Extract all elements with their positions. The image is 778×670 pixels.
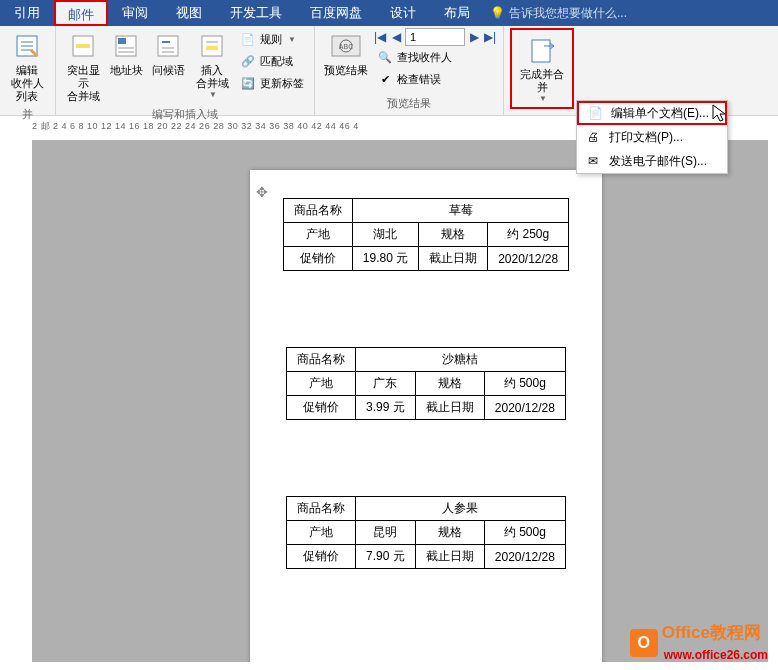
rules-button[interactable]: 📄规则▼: [236, 28, 308, 50]
search-icon: 🔍: [377, 49, 393, 65]
tab-layout[interactable]: 布局: [430, 0, 484, 26]
product-table-3: 商品名称人参果 产地昆明规格约 500g 促销价7.90 元截止日期2020/1…: [286, 496, 566, 569]
group-finish: 完成并合并 ▼: [504, 26, 580, 115]
check-errors-button[interactable]: ✔检查错误: [373, 68, 497, 90]
check-errors-label: 检查错误: [397, 72, 441, 87]
preview-button[interactable]: ABC 预览结果: [321, 28, 371, 79]
print-doc-label: 打印文档(P)...: [609, 129, 683, 146]
spec-label: 规格: [415, 521, 484, 545]
origin-value: 湖北: [352, 223, 418, 247]
address-block-button[interactable]: 地址块: [106, 28, 146, 79]
name-value: 草莓: [352, 199, 568, 223]
tell-me[interactable]: 💡 告诉我您想要做什么...: [490, 5, 627, 22]
price-value: 3.99 元: [356, 396, 416, 420]
group-label-finish: [510, 109, 574, 113]
email-icon: ✉: [585, 153, 601, 169]
name-label: 商品名称: [283, 199, 352, 223]
tab-quote[interactable]: 引用: [0, 0, 54, 26]
group-write-insert: 突出显示 合并域 地址块 问候语 插入 合并域▼ 📄规则▼ 🔗匹配域 🔄更新标签…: [56, 26, 315, 115]
highlight-merge-label: 突出显示 合并域: [64, 64, 102, 103]
address-block-label: 地址块: [110, 64, 143, 77]
next-record-button[interactable]: ▶: [467, 28, 481, 46]
edit-recipients-button[interactable]: 编辑 收件人列表: [6, 28, 48, 105]
svg-rect-5: [76, 44, 90, 48]
chevron-down-icon: ▼: [539, 94, 547, 103]
send-email-item[interactable]: ✉ 发送电子邮件(S)...: [577, 149, 727, 173]
svg-rect-7: [118, 38, 126, 44]
finish-merge-icon: [526, 34, 558, 66]
price-label: 促销价: [283, 247, 352, 271]
preview-icon: ABC: [330, 30, 362, 62]
date-value: 2020/12/28: [484, 545, 565, 569]
origin-value: 广东: [356, 372, 416, 396]
edit-list-icon: [11, 30, 43, 62]
match-button[interactable]: 🔗匹配域: [236, 50, 308, 72]
chevron-down-icon: ▼: [209, 90, 217, 99]
first-record-button[interactable]: |◀: [373, 28, 387, 46]
insert-merge-button[interactable]: 插入 合并域▼: [190, 28, 234, 101]
name-value: 沙糖桔: [356, 348, 566, 372]
name-value: 人参果: [356, 497, 566, 521]
tell-me-text: 告诉我您想要做什么...: [509, 5, 627, 22]
check-icon: ✔: [377, 71, 393, 87]
finish-merge-dropdown: 📄 编辑单个文档(E)... 🖨 打印文档(P)... ✉ 发送电子邮件(S).…: [576, 100, 728, 174]
edit-recipients-label: 编辑 收件人列表: [8, 64, 46, 103]
last-record-button[interactable]: ▶|: [483, 28, 497, 46]
svg-rect-16: [206, 46, 218, 50]
print-doc-item[interactable]: 🖨 打印文档(P)...: [577, 125, 727, 149]
prev-record-button[interactable]: ◀: [389, 28, 403, 46]
printer-icon: 🖨: [585, 129, 601, 145]
date-label: 截止日期: [415, 396, 484, 420]
match-label: 匹配域: [260, 54, 293, 69]
update-button[interactable]: 🔄更新标签: [236, 72, 308, 94]
watermark-suffix: 教程网: [710, 623, 761, 642]
spec-value: 约 500g: [484, 521, 565, 545]
highlight-merge-button[interactable]: 突出显示 合并域: [62, 28, 104, 105]
tab-review[interactable]: 审阅: [108, 0, 162, 26]
tab-view[interactable]: 视图: [162, 0, 216, 26]
spec-label: 规格: [415, 372, 484, 396]
preview-label: 预览结果: [324, 64, 368, 77]
edit-single-doc-item[interactable]: 📄 编辑单个文档(E)...: [577, 101, 727, 125]
svg-rect-20: [532, 40, 550, 62]
watermark: O Office教程网 www.office26.com: [630, 621, 768, 664]
table-handle-icon[interactable]: ✥: [256, 184, 268, 196]
price-label: 促销价: [287, 545, 356, 569]
date-label: 截止日期: [415, 545, 484, 569]
tab-mail[interactable]: 邮件: [54, 0, 108, 26]
tab-baidu[interactable]: 百度网盘: [296, 0, 376, 26]
date-label: 截止日期: [419, 247, 488, 271]
greeting-icon: [152, 30, 184, 62]
match-icon: 🔗: [240, 53, 256, 69]
greeting-button[interactable]: 问候语: [148, 28, 188, 79]
group-recipients: 编辑 收件人列表 并: [0, 26, 56, 115]
rules-label: 规则: [260, 32, 282, 47]
price-label: 促销价: [287, 396, 356, 420]
tab-dev[interactable]: 开发工具: [216, 0, 296, 26]
product-table-1: 商品名称草莓 产地湖北规格约 250g 促销价19.80 元截止日期2020/1…: [283, 198, 569, 271]
lightbulb-icon: 💡: [490, 6, 505, 20]
watermark-url: www.office26.com: [664, 648, 768, 662]
rules-icon: 📄: [240, 31, 256, 47]
document-page: ✥ 商品名称草莓 产地湖北规格约 250g 促销价19.80 元截止日期2020…: [250, 170, 602, 662]
record-nav: |◀ ◀ ▶ ▶|: [373, 28, 497, 46]
price-value: 19.80 元: [352, 247, 418, 271]
name-label: 商品名称: [287, 348, 356, 372]
group-label-preview: 预览结果: [321, 94, 497, 113]
group-preview: ABC 预览结果 |◀ ◀ ▶ ▶| 🔍查找收件人 ✔检查错误 预览结果: [315, 26, 504, 115]
svg-rect-10: [158, 36, 178, 56]
insert-field-icon: [196, 30, 228, 62]
watermark-brand: Office: [662, 623, 710, 642]
update-icon: 🔄: [240, 75, 256, 91]
find-recipient-button[interactable]: 🔍查找收件人: [373, 46, 497, 68]
product-table-2: 商品名称沙糖桔 产地广东规格约 500g 促销价3.99 元截止日期2020/1…: [286, 347, 566, 420]
record-input[interactable]: [405, 28, 465, 46]
document-canvas[interactable]: ✥ 商品名称草莓 产地湖北规格约 250g 促销价19.80 元截止日期2020…: [32, 140, 768, 662]
price-value: 7.90 元: [356, 545, 416, 569]
finish-merge-button[interactable]: 完成并合并 ▼: [514, 32, 570, 105]
date-value: 2020/12/28: [484, 396, 565, 420]
origin-label: 产地: [287, 372, 356, 396]
address-icon: [110, 30, 142, 62]
office-logo-icon: O: [630, 629, 658, 657]
tab-design[interactable]: 设计: [376, 0, 430, 26]
